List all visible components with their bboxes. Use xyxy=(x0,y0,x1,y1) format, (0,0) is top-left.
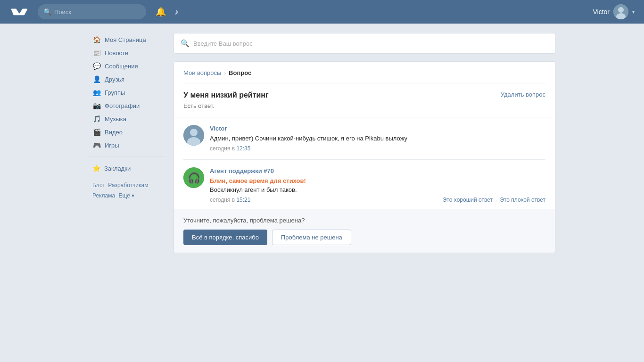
sidebar-footer: Блог Разработчикам Реклама Ещё ▾ xyxy=(89,181,164,201)
message-separator-1 xyxy=(174,117,555,117)
sidebar-item-video[interactable]: 🎬 Видео xyxy=(89,125,164,139)
svg-text:🎧: 🎧 xyxy=(188,172,201,184)
games-icon: 🎮 xyxy=(92,141,101,149)
victor-author[interactable]: Victor xyxy=(210,125,545,132)
svg-point-4 xyxy=(190,129,198,136)
resolve-section: Уточните, пожалуйста, проблема решена? В… xyxy=(174,209,555,253)
messages-icon: 💬 xyxy=(92,62,101,70)
header-username: Victor xyxy=(593,8,610,16)
breadcrumb-arrow: › xyxy=(224,70,226,76)
agent-avatar: 🎧 xyxy=(183,167,204,188)
sidebar-item-games[interactable]: 🎮 Игры xyxy=(89,139,164,152)
victor-text: Админ, привет) Сочини какой-нибудь стишо… xyxy=(210,134,545,143)
svg-point-1 xyxy=(618,7,624,13)
star-icon: ⭐ xyxy=(92,165,100,172)
sidebar-label-news: Новости xyxy=(105,49,128,57)
delete-question-link[interactable]: Удалить вопрос xyxy=(501,91,545,98)
victor-time: сегодня в 12:35 xyxy=(210,145,545,152)
sidebar-item-my-page[interactable]: 🏠 Моя Страница xyxy=(89,33,164,46)
btn-problem-not-solved[interactable]: Проблема не решена xyxy=(272,230,351,245)
good-answer-link[interactable]: Это хороший ответ xyxy=(443,197,493,203)
footer-link-dev[interactable]: Разработчикам xyxy=(108,182,148,189)
question-title: У меня низкий рейтинг xyxy=(183,91,269,99)
btn-problem-solved[interactable]: Всё в порядке, спасибо xyxy=(183,230,267,245)
search-input[interactable] xyxy=(54,8,140,16)
sidebar-label-music: Музыка xyxy=(105,115,126,123)
app-header: 🔍 🔔 ♪ Victor ▾ xyxy=(0,0,644,24)
sidebar-divider xyxy=(89,156,164,157)
question-search-input[interactable] xyxy=(193,40,548,47)
agent-time: сегодня в 15:21 xyxy=(210,197,250,203)
sidebar-label-groups: Группы xyxy=(105,89,125,96)
question-search-box[interactable]: 🔍 xyxy=(173,33,555,54)
sidebar-item-friends[interactable]: 👤 Друзья xyxy=(89,73,164,86)
breadcrumb-my-questions[interactable]: Мои вопросы xyxy=(183,69,221,76)
victor-avatar xyxy=(183,125,204,146)
sidebar-label-bookmarks: Закладки xyxy=(104,165,131,172)
avatar xyxy=(613,4,628,19)
sidebar-label-games: Игры xyxy=(105,142,119,149)
header-icons: 🔔 ♪ xyxy=(156,7,593,17)
victor-text-content: Админ, привет) Сочини какой-нибудь стишо… xyxy=(210,135,407,142)
agent-message-actions: Это хороший ответ · Это плохой ответ xyxy=(443,197,545,203)
friends-icon: 👤 xyxy=(92,75,101,83)
notifications-button[interactable]: 🔔 xyxy=(156,7,166,17)
agent-author[interactable]: Агент поддержки #70 xyxy=(210,167,545,174)
action-separator: · xyxy=(495,197,497,203)
question-search-icon: 🔍 xyxy=(181,39,190,48)
footer-link-ads[interactable]: Реклама xyxy=(92,192,115,199)
home-icon: 🏠 xyxy=(92,36,101,43)
footer-link-more[interactable]: Ещё ▾ xyxy=(118,192,134,199)
chevron-down-icon: ▾ xyxy=(632,9,635,15)
music-icon: 🎵 xyxy=(92,115,101,123)
sidebar-item-music[interactable]: 🎵 Музыка xyxy=(89,112,164,125)
breadcrumb-current: Вопрос xyxy=(229,69,251,76)
question-card: Мои вопросы › Вопрос У меня низкий рейти… xyxy=(173,61,555,253)
footer-link-blog[interactable]: Блог xyxy=(92,182,105,189)
sidebar-label-video: Видео xyxy=(105,129,123,136)
sidebar-item-messages[interactable]: 💬 Сообщения xyxy=(89,59,164,73)
breadcrumb: Мои вопросы › Вопрос xyxy=(183,69,545,83)
main-content: 🔍 Мои вопросы › Вопрос У меня низкий рей… xyxy=(173,33,555,353)
groups-icon: 👥 xyxy=(92,89,101,96)
sidebar-label-friends: Друзья xyxy=(105,76,124,83)
video-icon: 🎬 xyxy=(92,128,101,136)
sidebar-item-news[interactable]: 📰 Новости xyxy=(89,46,164,59)
agent-message-body: Агент поддержки #70 Блин, самое время дл… xyxy=(210,167,545,203)
photos-icon: 📷 xyxy=(92,102,101,109)
resolve-question-text: Уточните, пожалуйста, проблема решена? xyxy=(183,217,545,224)
sidebar-label-my-page: Моя Страница xyxy=(105,36,146,43)
agent-text-line1: Блин, самое время для стихов! xyxy=(210,177,306,184)
sidebar-item-groups[interactable]: 👥 Группы xyxy=(89,86,164,99)
bad-answer-link[interactable]: Это плохой ответ xyxy=(500,197,545,203)
message-item-agent: 🎧 Агент поддержки #70 Блин, самое время … xyxy=(183,167,545,209)
sidebar: 🏠 Моя Страница 📰 Новости 💬 Сообщения 👤 Д… xyxy=(89,33,164,353)
header-search-box[interactable]: 🔍 xyxy=(38,4,146,19)
music-button[interactable]: ♪ xyxy=(174,7,179,17)
sidebar-nav: 🏠 Моя Страница 📰 Новости 💬 Сообщения 👤 Д… xyxy=(89,33,164,152)
resolve-buttons: Всё в порядке, спасибо Проблема не решен… xyxy=(183,230,545,245)
question-header: У меня низкий рейтинг Удалить вопрос xyxy=(183,91,545,99)
agent-text-line2: Воскликнул агент и был таков. xyxy=(210,186,297,193)
has-answer-label: Есть ответ. xyxy=(183,102,545,109)
sidebar-label-messages: Сообщения xyxy=(105,63,138,70)
victor-message-body: Victor Админ, привет) Сочини какой-нибуд… xyxy=(210,125,545,152)
agent-text: Блин, самое время для стихов! Воскликнул… xyxy=(210,176,545,195)
sidebar-item-photos[interactable]: 📷 Фотографии xyxy=(89,99,164,112)
search-icon: 🔍 xyxy=(43,8,51,16)
victor-time-link[interactable]: 12:35 xyxy=(236,145,250,152)
sidebar-label-photos: Фотографии xyxy=(105,102,140,109)
user-menu[interactable]: Victor ▾ xyxy=(593,4,635,19)
vk-logo[interactable] xyxy=(9,5,28,19)
news-icon: 📰 xyxy=(92,49,101,57)
agent-time-link[interactable]: 15:21 xyxy=(236,197,250,203)
sidebar-item-bookmarks[interactable]: ⭐ Закладки xyxy=(89,162,164,175)
message-item-victor: Victor Админ, привет) Сочини какой-нибуд… xyxy=(183,125,545,160)
